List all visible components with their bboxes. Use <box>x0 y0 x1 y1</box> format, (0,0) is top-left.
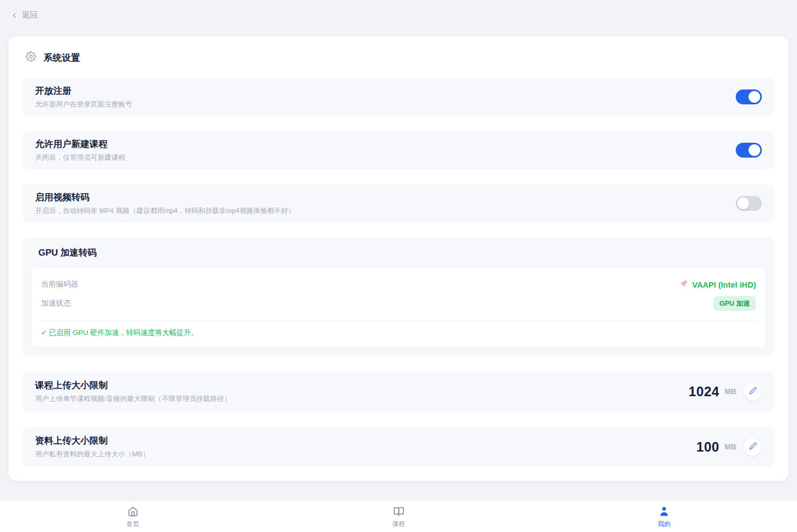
material-upload-limit-value: 100 <box>696 439 719 455</box>
system-settings-page: { "back": { "label": "返回" }, "header": {… <box>0 0 797 532</box>
setting-subtitle: 关闭后，仅管理员可新建课程 <box>35 153 125 162</box>
setting-title: 允许用户新建课程 <box>35 138 125 150</box>
limit-value-group: 100 MB <box>696 438 762 456</box>
setting-row-video-transcode: 启用视频转码 开启后，自动转码非 MP4 视频（建议都用mp4，转码和挂载非mp… <box>22 184 775 223</box>
pencil-icon <box>749 387 757 396</box>
gpu-status-card: 当前编码器 VAAPI (Intel <box>31 267 766 348</box>
back-label: 返回 <box>22 10 38 20</box>
user-icon <box>658 505 670 519</box>
video-transcode-toggle[interactable] <box>736 196 762 211</box>
setting-text: 课程上传大小限制 用户上传单节课程视频/音频的最大限制（不限管理员挂载路径） <box>35 379 231 404</box>
card-header: 系统设置 <box>26 51 775 64</box>
chevron-left-icon <box>11 12 18 19</box>
setting-title: 课程上传大小限制 <box>35 379 231 391</box>
divider <box>41 321 756 321</box>
home-icon <box>127 505 139 519</box>
setting-title: 启用视频转码 <box>35 191 295 203</box>
encoder-value: VAAPI (Intel iHD) <box>679 279 756 290</box>
nav-label-home: 首页 <box>126 521 139 527</box>
setting-text: 允许用户新建课程 关闭后，仅管理员可新建课程 <box>35 138 125 162</box>
setting-text: 资料上传大小限制 用户私有资料的最大上传大小（MB） <box>35 435 150 459</box>
nav-label-courses: 课程 <box>392 521 405 527</box>
edit-material-upload-limit-button[interactable] <box>744 438 762 456</box>
limit-value-group: 1024 MB <box>689 382 762 400</box>
setting-subtitle: 允许新用户在登录页面注册账号 <box>35 100 132 109</box>
setting-subtitle: 用户上传单节课程视频/音频的最大限制（不限管理员挂载路径） <box>35 394 231 404</box>
bottom-nav: 首页 课程 我的 <box>0 500 797 532</box>
toggle-knob <box>737 198 749 209</box>
setting-row-course-upload-limit: 课程上传大小限制 用户上传单节课程视频/音频的最大限制（不限管理员挂载路径） 1… <box>22 371 775 412</box>
nav-item-courses[interactable]: 课程 <box>266 501 532 532</box>
gpu-encoder-row: 当前编码器 VAAPI (Intel <box>41 276 756 293</box>
limit-unit: MB <box>725 387 736 396</box>
setting-subtitle: 用户私有资料的最大上传大小（MB） <box>35 449 150 459</box>
toggle-knob <box>749 144 760 156</box>
page-title: 系统设置 <box>44 52 80 64</box>
allow-create-course-toggle[interactable] <box>736 143 762 158</box>
setting-text: 开放注册 允许新用户在登录页面注册账号 <box>35 85 132 109</box>
nav-item-home[interactable]: 首页 <box>0 501 266 532</box>
rocket-icon <box>679 279 688 290</box>
gear-icon <box>26 51 36 64</box>
gpu-status-row: 加速状态 GPU 加速 <box>41 293 756 314</box>
setting-subtitle: 开启后，自动转码非 MP4 视频（建议都用mp4，转码和挂载非mp4视频体验都不… <box>35 206 295 216</box>
setting-row-material-upload-limit: 资料上传大小限制 用户私有资料的最大上传大小（MB） 100 MB <box>22 427 775 467</box>
setting-text: 启用视频转码 开启后，自动转码非 MP4 视频（建议都用mp4，转码和挂载非mp… <box>35 191 295 216</box>
open-registration-toggle[interactable] <box>736 89 762 104</box>
toggle-knob <box>749 91 760 103</box>
setting-title: 资料上传大小限制 <box>35 435 150 447</box>
encoder-value-text: VAAPI (Intel iHD) <box>692 280 756 289</box>
nav-label-profile: 我的 <box>658 521 671 527</box>
course-upload-limit-value: 1024 <box>689 384 720 399</box>
setting-row-open-registration: 开放注册 允许新用户在登录页面注册账号 <box>22 78 775 116</box>
setting-row-allow-create-course: 允许用户新建课程 关闭后，仅管理员可新建课程 <box>22 131 775 169</box>
setting-title: 开放注册 <box>35 85 132 97</box>
edit-course-upload-limit-button[interactable] <box>744 382 762 400</box>
back-button[interactable]: 返回 <box>11 10 38 20</box>
gpu-enabled-note: ✓ 已启用 GPU 硬件加速，转码速度将大幅提升。 <box>41 328 756 339</box>
status-label: 加速状态 <box>41 299 71 308</box>
settings-card: 系统设置 开放注册 允许新用户在登录页面注册账号 允许用户新建课程 关闭后，仅管… <box>9 36 788 481</box>
pencil-icon <box>749 442 757 452</box>
encoder-label: 当前编码器 <box>41 280 78 289</box>
gpu-status-badge: GPU 加速 <box>713 296 756 311</box>
limit-unit: MB <box>725 443 736 451</box>
gpu-section-title: GPU 加速转码 <box>38 247 766 259</box>
gpu-acceleration-section: GPU 加速转码 当前编码器 <box>22 238 775 356</box>
nav-item-profile[interactable]: 我的 <box>531 501 797 532</box>
book-icon <box>393 505 405 519</box>
